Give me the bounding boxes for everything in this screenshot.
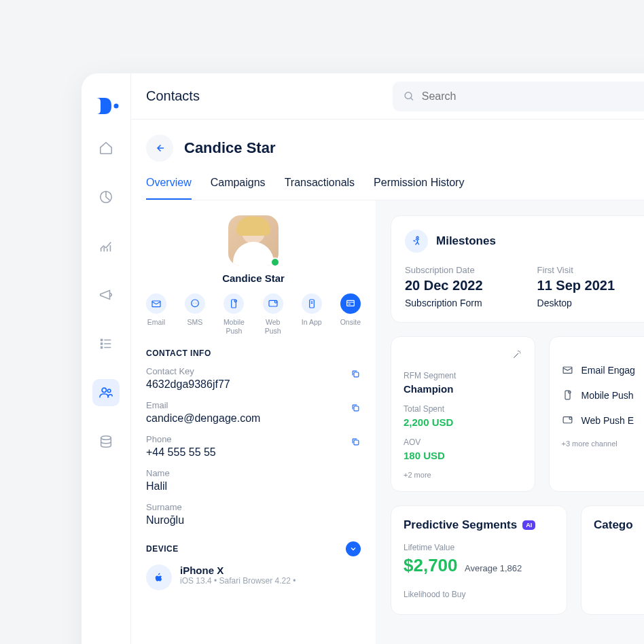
device-name: iPhone X bbox=[180, 565, 296, 576]
aov: 180 USD bbox=[404, 450, 522, 461]
app-window: Contacts Candice Star Overview Campaigns… bbox=[82, 73, 644, 644]
contact-key-value: 4632dga9386jf77 bbox=[146, 378, 361, 391]
logo bbox=[92, 92, 120, 120]
device-header: DEVICE bbox=[146, 544, 179, 554]
page-title: Contacts bbox=[146, 88, 200, 104]
presence-indicator bbox=[270, 257, 280, 267]
nav-campaigns[interactable] bbox=[92, 281, 120, 308]
svg-rect-16 bbox=[354, 440, 359, 445]
svg-rect-12 bbox=[309, 300, 314, 308]
svg-point-22 bbox=[569, 417, 571, 420]
sub-date-label: Subscription Date bbox=[405, 265, 483, 275]
tab-transactionals[interactable]: Transactionals bbox=[285, 177, 355, 200]
svg-rect-13 bbox=[346, 300, 354, 306]
tab-overview[interactable]: Overview bbox=[146, 177, 192, 200]
channel-mobile-push[interactable]: Mobile Push bbox=[223, 293, 245, 335]
chevron-down-icon bbox=[349, 545, 357, 553]
ltv-avg: Average 1,862 bbox=[465, 563, 522, 573]
email-icon bbox=[562, 364, 573, 376]
total-spent: 2,200 USD bbox=[404, 416, 522, 428]
copy-email[interactable] bbox=[351, 403, 361, 416]
ltv-label: Lifetime Value bbox=[404, 543, 554, 552]
copy-phone[interactable] bbox=[351, 437, 361, 450]
svg-rect-8 bbox=[232, 300, 236, 308]
svg-point-5 bbox=[405, 92, 412, 99]
web-push-icon bbox=[263, 293, 283, 314]
channels: Email SMS Mobile Push Web Push bbox=[146, 293, 361, 335]
engage-mobile[interactable]: Mobile Push bbox=[562, 389, 645, 401]
nav-lists[interactable] bbox=[92, 330, 120, 357]
svg-rect-14 bbox=[354, 372, 359, 377]
nav-reports[interactable] bbox=[92, 232, 120, 260]
first-visit-sub: Desktop bbox=[537, 298, 615, 308]
predictive-card: Predictive Segments AI Lifetime Value $2… bbox=[391, 505, 567, 615]
phone-label: Phone bbox=[146, 434, 361, 444]
copy-contact-key[interactable] bbox=[351, 369, 361, 382]
email-icon bbox=[146, 293, 166, 314]
nav-home[interactable] bbox=[92, 135, 120, 162]
device-row: iPhone X iOS 13.4 • Safari Browser 4.22 … bbox=[146, 565, 361, 590]
svg-point-11 bbox=[274, 301, 276, 303]
svg-point-17 bbox=[416, 236, 418, 238]
right-panel: Milestones Subscription Date 20 Dec 2022… bbox=[376, 200, 644, 644]
apple-icon bbox=[146, 565, 172, 590]
engage-email[interactable]: Email Engag bbox=[562, 364, 645, 376]
left-panel: Candice Star Email SMS Mobile Push bbox=[131, 200, 376, 644]
svg-rect-10 bbox=[269, 300, 277, 306]
channel-in-app[interactable]: In App bbox=[302, 293, 322, 335]
name-value: Halil bbox=[146, 480, 361, 493]
svg-point-20 bbox=[568, 391, 571, 393]
likelihood-label: Likelihood to Buy bbox=[404, 590, 554, 599]
channel-sms[interactable]: SMS bbox=[185, 293, 205, 335]
svg-point-4 bbox=[101, 436, 111, 440]
svg-point-9 bbox=[234, 300, 236, 302]
ltv-value: $2,700 bbox=[404, 555, 458, 576]
topbar: Contacts bbox=[131, 73, 644, 120]
sub-date: 20 Dec 2022 bbox=[405, 278, 483, 293]
surname-label: Surname bbox=[146, 502, 361, 512]
nav-analytics[interactable] bbox=[92, 183, 120, 211]
first-visit-label: First Visit bbox=[537, 265, 615, 275]
rfm-segment: Champion bbox=[404, 383, 522, 395]
device-sub: iOS 13.4 • Safari Browser 4.22 • bbox=[180, 576, 296, 586]
sub-form: Subscription Form bbox=[405, 298, 483, 308]
svg-point-2 bbox=[102, 388, 106, 392]
wand-icon[interactable] bbox=[404, 349, 522, 360]
surname-value: Nuroğlu bbox=[146, 514, 361, 526]
tab-permission-history[interactable]: Permission History bbox=[374, 177, 464, 200]
svg-point-3 bbox=[107, 389, 111, 393]
email-value: candice@dengage.com bbox=[146, 412, 361, 425]
search-wrap bbox=[393, 82, 644, 111]
engage-card: Email Engag Mobile Push Web Push E +3 mo… bbox=[549, 336, 645, 492]
search-icon bbox=[404, 90, 415, 103]
nav-contacts[interactable] bbox=[92, 379, 120, 406]
back-button[interactable] bbox=[146, 135, 173, 162]
arrow-left-icon bbox=[154, 142, 166, 154]
engage-web[interactable]: Web Push E bbox=[562, 414, 645, 426]
first-visit: 11 Sep 2021 bbox=[537, 278, 615, 293]
main: Contacts Candice Star Overview Campaigns… bbox=[131, 73, 644, 644]
subheader: Candice Star Overview Campaigns Transact… bbox=[131, 120, 644, 200]
rfm-segment-label: RFM Segment bbox=[404, 371, 522, 380]
engage-more[interactable]: +3 more channel bbox=[562, 440, 645, 448]
email-label: Email bbox=[146, 400, 361, 410]
tab-campaigns[interactable]: Campaigns bbox=[211, 177, 266, 200]
contact-title: Candice Star bbox=[184, 139, 276, 157]
tabs: Overview Campaigns Transactionals Permis… bbox=[146, 177, 644, 200]
rfm-more[interactable]: +2 more bbox=[404, 471, 522, 479]
rfm-card: RFM Segment Champion Total Spent 2,200 U… bbox=[391, 336, 535, 492]
total-spent-label: Total Spent bbox=[404, 404, 522, 414]
sidebar bbox=[82, 73, 131, 644]
device-toggle[interactable] bbox=[346, 541, 361, 556]
search-input[interactable] bbox=[422, 90, 644, 103]
channel-web-push[interactable]: Web Push bbox=[263, 293, 283, 335]
category-item: Bags bbox=[594, 562, 644, 571]
contact-key-label: Contact Key bbox=[146, 366, 361, 376]
channel-email[interactable]: Email bbox=[146, 293, 166, 335]
channel-onsite[interactable]: Onsite bbox=[340, 293, 361, 335]
nav-data[interactable] bbox=[92, 428, 120, 455]
sms-icon bbox=[185, 293, 205, 314]
content: Candice Star Email SMS Mobile Push bbox=[131, 200, 644, 644]
predictive-title: Predictive Segments bbox=[404, 518, 517, 532]
mobile-push-icon bbox=[223, 293, 244, 314]
